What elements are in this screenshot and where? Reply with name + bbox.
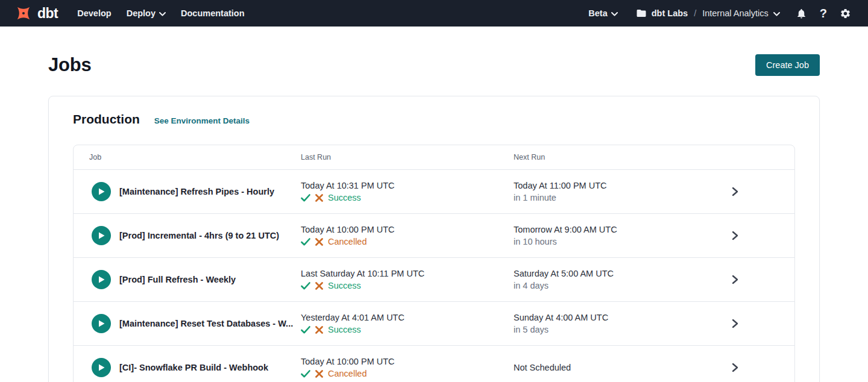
run-job-play-button[interactable]	[92, 358, 111, 377]
column-header-next-run: Next Run	[514, 153, 728, 161]
chevron-right-icon[interactable]	[731, 363, 739, 372]
success-check-icon	[301, 282, 310, 290]
column-header-last-run: Last Run	[301, 153, 514, 161]
chevron-right-icon[interactable]	[731, 187, 739, 196]
cancelled-x-icon	[315, 282, 323, 290]
next-run-time: Saturday At 5:00 AM UTC	[514, 269, 728, 278]
play-icon	[98, 363, 105, 372]
job-row[interactable]: [Maintenance] Reset Test Databases - W..…	[74, 301, 794, 345]
create-job-button[interactable]: Create Job	[755, 54, 820, 76]
gear-icon[interactable]	[840, 8, 851, 19]
job-status-label: Cancelled	[328, 237, 367, 246]
bell-icon[interactable]	[796, 8, 807, 19]
job-row[interactable]: [Maintenance] Refresh Pipes - Hourly Tod…	[74, 169, 794, 213]
jobs-table-header: Job Last Run Next Run	[74, 145, 794, 169]
dbt-logo-text: dbt	[37, 5, 58, 22]
folder-icon	[636, 8, 647, 19]
cancelled-x-icon	[315, 370, 323, 378]
chevron-down-icon	[159, 8, 166, 18]
success-check-icon	[301, 238, 310, 246]
dbt-logo-icon	[14, 4, 33, 22]
chevron-right-icon[interactable]	[731, 319, 739, 328]
next-run-relative: in 1 minute	[514, 193, 728, 202]
last-run-time: Yesterday At 4:01 AM UTC	[301, 313, 514, 322]
job-name: [Prod] Incremental - 4hrs (9 to 21 UTC)	[119, 231, 279, 240]
environment-card: Production See Environment Details Job L…	[48, 96, 820, 382]
play-icon	[98, 275, 105, 284]
nav-item-develop[interactable]: Develop	[77, 8, 111, 18]
chevron-right-icon[interactable]	[731, 231, 739, 240]
breadcrumb-separator: /	[694, 8, 696, 18]
beta-label: Beta	[588, 8, 607, 18]
play-icon	[98, 231, 105, 240]
next-run-time: Tomorrow At 9:00 AM UTC	[514, 225, 728, 234]
job-status-badge: Success	[301, 193, 514, 202]
environment-details-link[interactable]: See Environment Details	[154, 116, 250, 125]
run-job-play-button[interactable]	[92, 182, 111, 201]
job-name: [Maintenance] Refresh Pipes - Hourly	[119, 187, 274, 196]
jobs-table-body: [Maintenance] Refresh Pipes - Hourly Tod…	[74, 169, 794, 382]
job-status-label: Cancelled	[328, 369, 367, 378]
job-status-label: Success	[328, 325, 361, 334]
job-status-badge: Success	[301, 325, 514, 334]
job-row[interactable]: [Prod] Full Refresh - Weekly Last Saturd…	[74, 257, 794, 301]
help-icon[interactable]: ?	[820, 7, 827, 19]
next-run-time: Sunday At 4:00 AM UTC	[514, 313, 728, 322]
chevron-right-icon[interactable]	[731, 275, 739, 284]
last-run-time: Today At 10:00 PM UTC	[301, 225, 514, 234]
nav-item-documentation[interactable]: Documentation	[181, 8, 245, 18]
job-name: [Maintenance] Reset Test Databases - W..…	[119, 319, 293, 328]
next-run-relative: in 4 days	[514, 281, 728, 290]
play-icon	[98, 187, 105, 196]
run-job-play-button[interactable]	[92, 270, 111, 289]
top-navbar: dbt Develop Deploy Documentation Beta db…	[0, 0, 868, 27]
next-run-relative: in 5 days	[514, 325, 728, 334]
last-run-time: Today At 10:31 PM UTC	[301, 181, 514, 190]
success-check-icon	[301, 194, 310, 202]
cancelled-x-icon	[315, 326, 323, 334]
play-icon	[98, 319, 105, 328]
jobs-table: Job Last Run Next Run [Maintenance] Refr…	[73, 145, 795, 382]
nav-item-deploy-label: Deploy	[127, 8, 156, 18]
success-check-icon	[301, 326, 310, 334]
dbt-logo[interactable]: dbt	[14, 4, 58, 22]
job-status-badge: Cancelled	[301, 237, 514, 246]
environment-name: Production	[73, 112, 140, 127]
last-run-time: Last Saturday At 10:11 PM UTC	[301, 269, 514, 278]
job-status-badge: Success	[301, 281, 514, 290]
column-header-job: Job	[74, 153, 301, 161]
success-check-icon	[301, 370, 310, 378]
job-status-badge: Cancelled	[301, 369, 514, 378]
job-row[interactable]: [CI]- Snowflake PR Build - Webhook Today…	[74, 345, 794, 382]
breadcrumb: dbt Labs / Internal Analytics	[636, 8, 780, 19]
run-job-play-button[interactable]	[92, 314, 111, 333]
job-name: [Prod] Full Refresh - Weekly	[119, 275, 236, 284]
chevron-down-icon[interactable]	[773, 8, 780, 18]
breadcrumb-project[interactable]: Internal Analytics	[702, 8, 769, 18]
job-status-label: Success	[328, 281, 361, 290]
job-row[interactable]: [Prod] Incremental - 4hrs (9 to 21 UTC) …	[74, 213, 794, 257]
next-run-time: Not Scheduled	[514, 363, 728, 372]
breadcrumb-account[interactable]: dbt Labs	[652, 8, 688, 18]
nav-item-deploy[interactable]: Deploy	[127, 8, 166, 18]
cancelled-x-icon	[315, 238, 323, 246]
run-job-play-button[interactable]	[92, 226, 111, 245]
next-run-time: Today At 11:00 PM UTC	[514, 181, 728, 190]
next-run-relative: in 10 hours	[514, 237, 728, 246]
job-status-label: Success	[328, 193, 361, 202]
chevron-down-icon	[611, 8, 618, 18]
job-name: [CI]- Snowflake PR Build - Webhook	[119, 363, 268, 372]
cancelled-x-icon	[315, 194, 323, 202]
beta-dropdown[interactable]: Beta	[588, 8, 617, 18]
last-run-time: Today At 10:00 PM UTC	[301, 357, 514, 366]
page-title: Jobs	[48, 54, 92, 76]
